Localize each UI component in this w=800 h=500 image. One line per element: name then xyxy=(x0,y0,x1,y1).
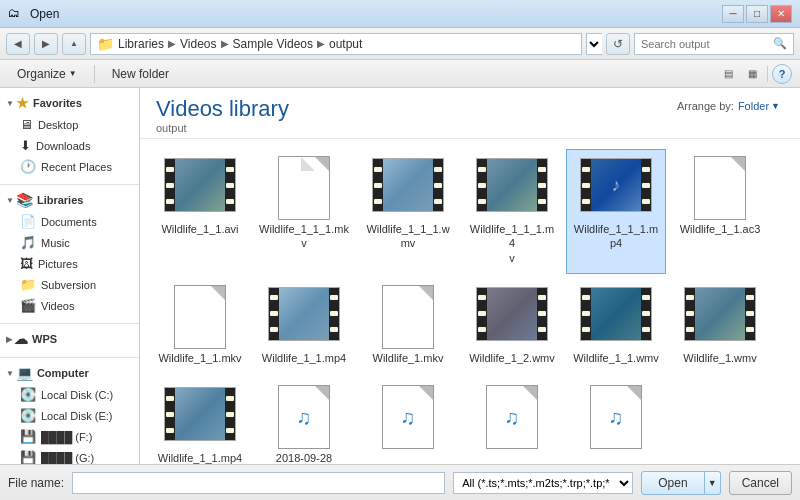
filename-input[interactable] xyxy=(72,472,445,494)
search-box: 🔍 xyxy=(634,33,794,55)
path-dropdown[interactable] xyxy=(586,33,602,55)
sidebar-item-pictures[interactable]: 🖼 Pictures xyxy=(0,253,139,274)
file-item-2[interactable]: Wildlife_1_1_1.mkv xyxy=(254,149,354,274)
file-item-9[interactable]: Wildlife_1.mkv xyxy=(358,278,458,374)
path-videos[interactable]: Videos xyxy=(180,37,216,51)
sidebar-item-videos[interactable]: 🎬 Videos xyxy=(0,295,139,316)
arrange-by-dropdown[interactable]: Folder ▼ xyxy=(738,100,780,112)
music-icon: 🎵 xyxy=(20,235,36,250)
file-thumb-7 xyxy=(164,287,236,347)
video-content-1 xyxy=(175,159,225,211)
arrange-by-control: Arrange by: Folder ▼ xyxy=(677,100,780,112)
sidebar-item-local-e[interactable]: 💽 Local Disk (E:) xyxy=(0,405,139,426)
sidebar-item-drive-g[interactable]: 💾 ████ (G:) xyxy=(0,447,139,464)
computer-header[interactable]: ▼ 💻 Computer xyxy=(0,362,139,384)
wps-expand-icon: ▶ xyxy=(6,335,12,344)
sidebar-item-pictures-label: Pictures xyxy=(38,258,78,270)
file-item-13[interactable]: Wildlife_1_1.mp4 xyxy=(150,378,250,464)
favorites-header[interactable]: ▼ ★ Favorites xyxy=(0,92,139,114)
video-thumbnail-12 xyxy=(684,287,756,341)
back-button[interactable]: ◀ xyxy=(6,33,30,55)
organize-dropdown-icon: ▼ xyxy=(69,69,77,78)
path-output[interactable]: output xyxy=(329,37,362,51)
help-button[interactable]: ? xyxy=(772,64,792,84)
sidebar-item-drive-f[interactable]: 💾 ████ (F:) xyxy=(0,426,139,447)
sidebar-item-downloads[interactable]: ⬇ Downloads xyxy=(0,135,139,156)
sidebar-item-music[interactable]: 🎵 Music xyxy=(0,232,139,253)
close-button[interactable]: ✕ xyxy=(770,5,792,23)
address-path[interactable]: 📁 Libraries ▶ Videos ▶ Sample Videos ▶ o… xyxy=(90,33,582,55)
up-button[interactable]: ▲ xyxy=(62,33,86,55)
file-item-12[interactable]: Wildlife_1.wmv xyxy=(670,278,770,374)
title-bar: 🗂 Open ─ □ ✕ xyxy=(0,0,800,28)
sidebar-item-recent-places[interactable]: 🕐 Recent Places xyxy=(0,156,139,177)
file-name-10: Wildlife_1_2.wmv xyxy=(469,351,555,365)
file-item-11[interactable]: Wildlife_1_1.wmv xyxy=(566,278,666,374)
refresh-button[interactable]: ↺ xyxy=(606,33,630,55)
arrange-value: Folder xyxy=(738,100,769,112)
file-item-4[interactable]: Wildlife_1_1_1.m4v xyxy=(462,149,562,274)
file-name-13: Wildlife_1_1.mp4 xyxy=(158,451,242,464)
maximize-button[interactable]: □ xyxy=(746,5,768,23)
film-strip-right-1 xyxy=(225,159,235,211)
new-folder-button[interactable]: New folder xyxy=(103,63,178,85)
subversion-icon: 📁 xyxy=(20,277,36,292)
file-item-17[interactable]: ♫ xyxy=(566,378,666,464)
path-sample-videos[interactable]: Sample Videos xyxy=(233,37,314,51)
filename-label: File name: xyxy=(8,476,64,490)
minimize-button[interactable]: ─ xyxy=(722,5,744,23)
file-item-1[interactable]: Wildlife_1_1.avi xyxy=(150,149,250,274)
file-item-3[interactable]: Wildlife_1_1_1.wmv xyxy=(358,149,458,274)
libraries-header[interactable]: ▼ 📚 Libraries xyxy=(0,189,139,211)
folder-icon: 📁 xyxy=(97,36,114,52)
sidebar-item-subversion[interactable]: 📁 Subversion xyxy=(0,274,139,295)
doc-thumb-7 xyxy=(174,285,226,349)
disk-e-icon: 💽 xyxy=(20,408,36,423)
music-doc-thumb-17: ♫ xyxy=(590,385,642,449)
details-pane-button[interactable]: ▦ xyxy=(741,64,763,84)
sidebar-item-subversion-label: Subversion xyxy=(41,279,96,291)
sidebar: ▼ ★ Favorites 🖥 Desktop ⬇ Downloads 🕐 Re… xyxy=(0,88,140,464)
file-item-14[interactable]: ♫ 2018-09-2811.17.10.mp4 xyxy=(254,378,354,464)
bottom-bar: File name: All (*.ts;*.mts;*.m2ts;*.trp;… xyxy=(0,464,800,500)
wps-header[interactable]: ▶ ☁ WPS xyxy=(0,328,139,350)
sidebar-item-documents[interactable]: 📄 Documents xyxy=(0,211,139,232)
file-item-10[interactable]: Wildlife_1_2.wmv xyxy=(462,278,562,374)
sidebar-item-local-c[interactable]: 💽 Local Disk (C:) xyxy=(0,384,139,405)
organize-button[interactable]: Organize ▼ xyxy=(8,63,86,85)
sidebar-item-videos-label: Videos xyxy=(41,300,74,312)
open-button[interactable]: Open xyxy=(641,471,704,495)
file-item-8[interactable]: Wildlife_1_1.mp4 xyxy=(254,278,354,374)
music-doc-thumb-16: ♫ xyxy=(486,385,538,449)
forward-button[interactable]: ▶ xyxy=(34,33,58,55)
path-libraries[interactable]: Libraries xyxy=(118,37,164,51)
file-name-8: Wildlife_1_1.mp4 xyxy=(262,351,346,365)
music-doc-thumb-15: ♫ xyxy=(382,385,434,449)
file-item-16[interactable]: ♫ xyxy=(462,378,562,464)
libraries-section: ▼ 📚 Libraries 📄 Documents 🎵 Music 🖼 Pict… xyxy=(0,189,139,316)
filetype-select[interactable]: All (*.ts;*.mts;*.m2ts;*.trp;*.tp;* xyxy=(453,472,633,494)
search-input[interactable] xyxy=(641,38,773,50)
file-item-6[interactable]: Wildlife_1_1.ac3 xyxy=(670,149,770,274)
favorites-section: ▼ ★ Favorites 🖥 Desktop ⬇ Downloads 🕐 Re… xyxy=(0,92,139,177)
window-title: Open xyxy=(30,7,722,21)
file-name-14: 2018-09-2811.17.10.mp4 xyxy=(270,451,337,464)
cancel-button[interactable]: Cancel xyxy=(729,471,792,495)
sidebar-item-desktop-label: Desktop xyxy=(38,119,78,131)
file-thumb-10 xyxy=(476,287,548,347)
open-dropdown-button[interactable]: ▼ xyxy=(705,471,721,495)
file-name-11: Wildlife_1_1.wmv xyxy=(573,351,659,365)
sidebar-item-desktop[interactable]: 🖥 Desktop xyxy=(0,114,139,135)
doc-thumb-2 xyxy=(278,156,330,220)
file-thumb-16: ♫ xyxy=(476,387,548,447)
file-name-2: Wildlife_1_1_1.mkv xyxy=(259,222,349,251)
file-item-5[interactable]: ♪ Wildlife_1_1_1.mp4 xyxy=(566,149,666,274)
file-name-9: Wildlife_1.mkv xyxy=(373,351,444,365)
file-thumb-1 xyxy=(164,158,236,218)
wps-icon: ☁ xyxy=(14,331,28,347)
file-grid: Wildlife_1_1.avi Wildlife_1_1_1.mkv xyxy=(140,139,800,464)
file-item-7[interactable]: Wildlife_1_1.mkv xyxy=(150,278,250,374)
preview-pane-button[interactable]: ▤ xyxy=(717,64,739,84)
file-item-15[interactable]: ♫ xyxy=(358,378,458,464)
file-thumb-17: ♫ xyxy=(580,387,652,447)
